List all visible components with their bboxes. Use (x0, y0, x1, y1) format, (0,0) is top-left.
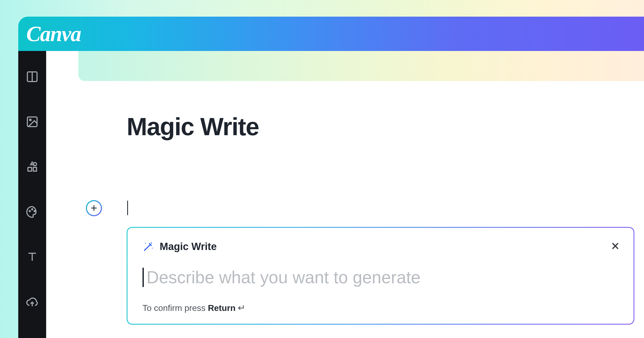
app-header: Canva (18, 17, 644, 51)
app-body: Magic Write + (18, 51, 644, 338)
close-button[interactable] (609, 240, 621, 252)
page-title: Magic Write (127, 113, 259, 141)
magic-write-input-wrap (142, 267, 619, 287)
return-icon: ↵ (238, 302, 245, 313)
magic-wand-icon (142, 241, 154, 252)
magic-write-panel-inner: Magic Write To confirm press Return↵ (127, 228, 634, 324)
sidebar (18, 51, 46, 338)
magic-write-label: Magic Write (160, 241, 217, 252)
svg-point-8 (34, 211, 35, 212)
magic-write-panel: Magic Write To confirm press Return↵ (127, 227, 634, 325)
svg-point-4 (33, 163, 36, 166)
input-cursor (142, 268, 144, 287)
svg-rect-5 (28, 167, 32, 171)
content-area: Magic Write + (46, 51, 644, 338)
text-cursor (127, 201, 128, 215)
canva-logo[interactable]: Canva (26, 22, 81, 46)
svg-point-7 (32, 209, 33, 210)
magic-write-header: Magic Write (142, 241, 619, 252)
hint-key: Return (208, 303, 236, 313)
plus-icon: + (91, 203, 97, 214)
svg-point-3 (30, 119, 31, 121)
add-block-button[interactable]: + (86, 200, 102, 216)
magic-write-input[interactable] (147, 267, 619, 287)
image-icon[interactable] (26, 115, 39, 128)
palette-icon[interactable] (26, 205, 39, 218)
app-window: Canva Magic Write (18, 17, 644, 338)
layout-icon[interactable] (26, 70, 39, 83)
shapes-icon[interactable] (26, 160, 39, 173)
upload-cloud-icon[interactable] (26, 296, 39, 308)
hint-prefix: To confirm press (142, 303, 208, 313)
text-icon[interactable] (26, 251, 39, 263)
confirm-hint: To confirm press Return↵ (142, 302, 619, 313)
decorative-gradient-strip (78, 51, 644, 81)
svg-point-6 (29, 211, 30, 212)
